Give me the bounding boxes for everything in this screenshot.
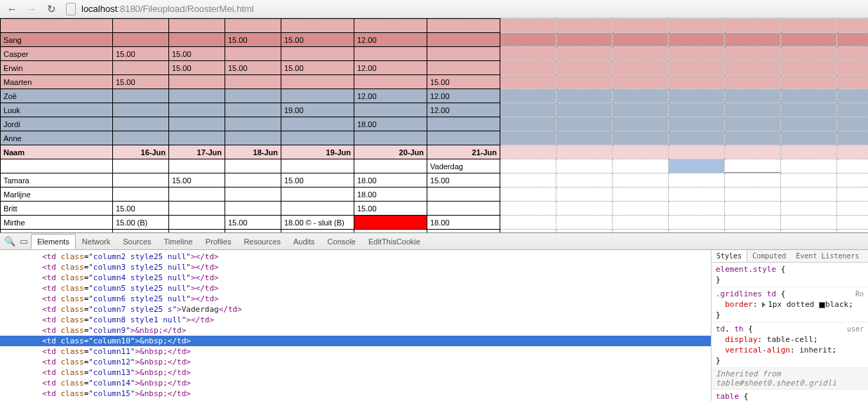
devtools-tab-editthiscookie[interactable]: EditThisCookie (362, 234, 427, 249)
devtools-tab-profiles[interactable]: Profiles (199, 234, 238, 249)
subheader-row: Vaderdag td.column12 89px × 20px (1, 159, 869, 173)
style-rule[interactable]: element.style {} (712, 263, 868, 287)
devtools-tab-sources[interactable]: Sources (116, 234, 157, 249)
row-name: Mirthe (1, 216, 113, 230)
devtools-tab-elements[interactable]: Elements (31, 234, 76, 249)
dom-node[interactable]: <td class="column14">&nbsp;</td> (0, 378, 711, 388)
row-name: Maarten (1, 75, 113, 89)
dom-node[interactable]: <td class="column10">&nbsp;</td> (0, 336, 711, 346)
url-path: /Fileupload/RoosterMei.html (140, 4, 254, 14)
url-bar[interactable]: localhost:8180/Fileupload/RoosterMei.htm… (80, 1, 864, 17)
devtools-tab-bar: 🔍 ▭ ElementsNetworkSourcesTimelineProfil… (0, 233, 868, 250)
search-icon[interactable]: 🔍 (3, 235, 17, 249)
header-row: Naam 16-Jun 17-Jun 18-Jun 19-Jun 20-Jun … (1, 145, 869, 159)
row-name: Luuk (1, 103, 113, 117)
url-host: localhost (81, 4, 117, 14)
table-row: Tamara15.0015.0018.0015.00 (1, 173, 869, 188)
style-rule[interactable]: Ro.gridlines td { border: 1px dotted bla… (712, 287, 868, 322)
dom-node[interactable]: <td class="column11">&nbsp;</td> (0, 346, 711, 357)
styles-tab-event-listeners[interactable]: Event Listeners (791, 250, 864, 262)
highlighted-cell (669, 159, 725, 173)
devtools-tab-timeline[interactable]: Timeline (158, 234, 199, 249)
devtools-tab-resources[interactable]: Resources (237, 234, 287, 249)
dom-node[interactable]: <td class="column15">&nbsp;</td> (0, 388, 711, 399)
style-rule[interactable]: table { (712, 390, 868, 401)
url-port: :8180 (117, 4, 140, 14)
dom-node[interactable]: <td class="column12">&nbsp;</td> (0, 357, 711, 367)
schedule-table: Sang15.0015.0012.00Casper15.0015.00Erwin… (0, 18, 868, 233)
table-row: Luuk19.0012.00 (1, 103, 869, 117)
styles-panel[interactable]: StylesComputedEvent ListenersDO element.… (711, 250, 868, 401)
devtools-tab-network[interactable]: Network (76, 234, 116, 249)
row-name: Erwin (1, 61, 113, 75)
inherited-from[interactable]: Inherited from table#sheet0.sheet0.gridl… (712, 368, 868, 390)
row-name: Zoë (1, 89, 113, 103)
devtools-tab-console[interactable]: Console (321, 234, 362, 249)
browser-toolbar: ← → ↻ localhost:8180/Fileupload/RoosterM… (0, 0, 868, 18)
dom-node[interactable]: <td class="column2 style25 null"></td> (0, 251, 711, 262)
styles-tab-bar: StylesComputedEvent ListenersDO (712, 250, 868, 263)
device-icon[interactable]: ▭ (17, 235, 31, 249)
row-name: Marlijne (1, 188, 113, 202)
header-name: Naam (1, 145, 113, 159)
row-name: Casper (1, 47, 113, 61)
reload-button[interactable]: ↻ (44, 2, 59, 16)
row-name: Sang (1, 33, 113, 47)
table-row: Britt15.0015.00 (1, 202, 869, 216)
row-name: Jordi (1, 117, 113, 131)
table-row: Sang15.0015.0012.00 (1, 33, 869, 47)
dom-node[interactable]: <td class="column5 style25 null"></td> (0, 283, 711, 294)
table-row: Anne (1, 131, 869, 145)
page-content[interactable]: Sang15.0015.0012.00Casper15.0015.00Erwin… (0, 18, 868, 233)
dom-node[interactable]: <td class="column9">&nbsp;</td> (0, 325, 711, 336)
dom-node[interactable]: <td class="column7 style25 s">Vaderdag</… (0, 304, 711, 315)
table-row: Erwin15.0015.0015.0012.00 (1, 61, 869, 75)
devtools-body: <td class="column2 style25 null"></td><t… (0, 250, 868, 401)
dom-tree-panel[interactable]: <td class="column2 style25 null"></td><t… (0, 250, 711, 401)
style-rule[interactable]: usertd, th { display: table-cell; vertic… (712, 322, 868, 368)
table-row: Marlijne18.00 (1, 188, 869, 202)
element-tooltip: td.column12 89px × 20px (725, 172, 781, 173)
dom-node[interactable]: <td class="column3 style25 null"></td> (0, 262, 711, 272)
table-row: Maarten15.0015.00 (1, 75, 869, 89)
styles-tab-computed[interactable]: Computed (747, 250, 791, 262)
table-row (1, 19, 869, 33)
table-row: Jordi18.00 (1, 117, 869, 131)
dom-node[interactable]: <td class="column4 style25 null"></td> (0, 272, 711, 283)
dom-node[interactable]: <td class="column6 style25 null"></td> (0, 294, 711, 304)
row-name: Florine (1, 230, 113, 234)
row-name: Anne (1, 131, 113, 145)
forward-button[interactable]: → (24, 2, 39, 16)
table-row: Zoë12.0012.00 (1, 89, 869, 103)
table-row: Mirthe15.00 (B)15.0018.00 © - sluit (B)1… (1, 216, 869, 230)
page-icon (66, 3, 76, 15)
row-name (1, 19, 113, 33)
devtools-tab-audits[interactable]: Audits (287, 234, 321, 249)
styles-tab-styles[interactable]: Styles (712, 250, 747, 262)
row-name: Tamara (1, 173, 113, 188)
table-row: Florine (1, 230, 869, 234)
row-name: Britt (1, 202, 113, 216)
vaderdag-cell: Vaderdag (427, 159, 500, 173)
back-button[interactable]: ← (4, 2, 20, 16)
dom-node[interactable]: <td class="column13">&nbsp;</td> (0, 367, 711, 378)
styles-tab-do[interactable]: DO (864, 250, 868, 262)
table-row: Casper15.0015.00 (1, 47, 869, 61)
dom-node[interactable]: <td class="column8 style1 null"></td> (0, 315, 711, 325)
